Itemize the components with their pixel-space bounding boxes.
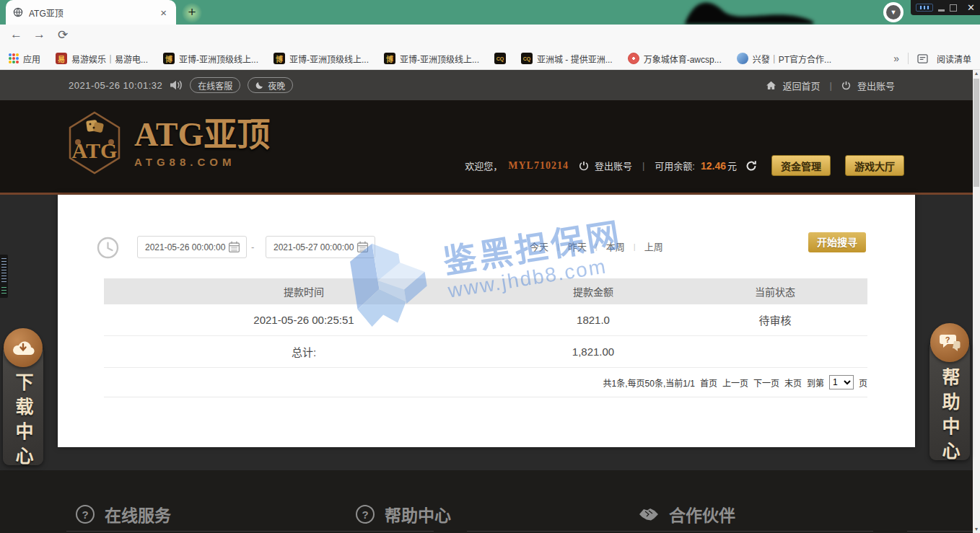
divider: | xyxy=(638,160,649,171)
calendar-icon[interactable] xyxy=(228,241,240,253)
balance-value: 12.46 xyxy=(701,160,726,172)
download-indicator-button[interactable]: ▼ xyxy=(883,2,904,22)
divider: | xyxy=(827,80,835,91)
date-to-field[interactable] xyxy=(272,242,356,253)
decorative-silhouette xyxy=(675,0,834,25)
page-main: - 今天 | 昨天 | 本周 | 上周 开始搜寻 提款时间 提款金额 当前状态 xyxy=(0,195,980,470)
scrollbar-thumb[interactable] xyxy=(974,79,979,187)
home-icon xyxy=(766,81,776,90)
download-center-label: 下载中心 xyxy=(10,373,36,471)
table-row: 2021-05-26 00:25:51 1821.0 待审核 xyxy=(104,304,867,336)
bookmark[interactable]: CQ 亚洲城 - 提供亚洲... xyxy=(521,53,613,65)
pagination-row: 共1条,每页50条,当前1/1 首页 上一页 下一页 末页 到第 1 页 xyxy=(104,368,867,397)
date-to-input[interactable] xyxy=(266,236,375,258)
footer-divider xyxy=(66,531,434,532)
site-footer: ? 在线服务 ? 帮助中心 合作伙伴 xyxy=(0,470,980,533)
logo-monogram: ATG xyxy=(72,138,118,162)
browser-toolbar: ← → ⟳ atg158.com/user/record.shtml ⋮ xyxy=(0,25,980,48)
logout-link[interactable]: 登出账号 xyxy=(857,79,895,92)
header-logout-link[interactable]: 登出账号 xyxy=(595,159,632,172)
col-current-status: 当前状态 xyxy=(683,284,867,299)
filter-today[interactable]: 今天 xyxy=(521,239,557,253)
search-button[interactable]: 开始搜寻 xyxy=(808,232,866,252)
night-mode-label: 夜晚 xyxy=(268,79,285,92)
bookmark-label: 亚博-亚洲顶级线上... xyxy=(400,53,479,65)
bookmark[interactable]: 博 亚博-亚洲顶级线上... xyxy=(163,53,258,65)
logo-title: ATG亚顶 xyxy=(134,118,270,151)
scroll-down-icon[interactable]: ▼ xyxy=(973,526,980,533)
reading-list-label[interactable]: 阅读清单 xyxy=(937,53,971,65)
goto-page-suffix: 页 xyxy=(859,376,867,389)
page-select[interactable]: 1 xyxy=(829,375,854,389)
filter-this-week[interactable]: 本周 xyxy=(598,239,634,253)
browser-tab[interactable]: ATG亚顶 × xyxy=(6,0,176,25)
mini-toolbar-lines xyxy=(1,258,6,283)
tab-title: ATG亚顶 xyxy=(29,6,158,19)
bookmarks-overflow-icon[interactable]: » xyxy=(893,53,899,64)
bookmark[interactable]: 博 亚博-亚洲顶级线上... xyxy=(274,53,369,65)
withdraw-records-table: 提款时间 提款金额 当前状态 2021-05-26 00:25:51 1821.… xyxy=(104,278,867,397)
minimize-icon[interactable] xyxy=(938,9,945,12)
bookmark-favicon: 易 xyxy=(56,53,67,64)
filter-last-week[interactable]: 上周 xyxy=(636,239,672,253)
bookmark-label: 亚博-亚洲顶级线上... xyxy=(179,53,258,65)
calendar-icon[interactable] xyxy=(356,241,369,253)
night-mode-toggle[interactable]: 夜晚 xyxy=(248,77,293,93)
bookmark-favicon xyxy=(737,53,748,64)
bookmark[interactable]: 博 亚博-亚洲顶级线上... xyxy=(384,53,479,65)
page-last-link[interactable]: 末页 xyxy=(784,376,802,389)
question-circle-icon: ? xyxy=(356,505,375,524)
user-info-row: 欢迎您， MYL710214 登出账号 | 可用余额: 12.46 元 资金管理… xyxy=(465,155,904,176)
date-range-dash: - xyxy=(251,242,254,252)
bookmark-label: 万象城体育-awcsp... xyxy=(644,53,722,65)
pagination-summary: 共1条,每页50条,当前1/1 xyxy=(603,376,695,389)
online-service-button[interactable]: 在线客服 xyxy=(190,77,240,93)
page-scrollbar[interactable]: ▲ ▼ xyxy=(973,70,980,533)
footer-section-title: 帮助中心 xyxy=(385,502,451,527)
moon-icon xyxy=(255,81,264,89)
restore-icon[interactable] xyxy=(950,4,957,12)
side-mini-toolbar[interactable] xyxy=(0,255,8,298)
reload-icon[interactable]: ⟳ xyxy=(58,27,68,43)
page-first-link[interactable]: 首页 xyxy=(700,376,717,389)
apps-shortcut[interactable]: 应用 xyxy=(9,53,40,65)
back-icon[interactable]: ← xyxy=(10,27,22,42)
table-header-row: 提款时间 提款金额 当前状态 xyxy=(104,278,867,304)
server-datetime: 2021-05-26 10:01:32 xyxy=(69,80,162,91)
help-center-label: 帮助中心 xyxy=(937,368,963,466)
bookmark-favicon: CQ xyxy=(494,53,506,64)
total-value: 1,821.00 xyxy=(504,345,683,358)
scroll-up-icon[interactable]: ▲ xyxy=(973,70,980,77)
date-from-input[interactable] xyxy=(137,236,247,258)
date-from-field[interactable] xyxy=(144,242,227,253)
bookmark[interactable]: 万象城体育-awcsp... xyxy=(628,53,722,65)
quick-date-filters: 今天 | 昨天 | 本周 | 上周 xyxy=(521,239,672,253)
page-prev-link[interactable]: 上一页 xyxy=(722,376,748,389)
bookmark-favicon: 博 xyxy=(384,53,395,64)
tab-close-icon[interactable]: × xyxy=(158,6,169,19)
site-logo[interactable]: ATG ATG亚顶 ATG88.COM xyxy=(66,110,270,175)
bookmark-favicon xyxy=(628,53,639,64)
forward-icon[interactable]: → xyxy=(33,27,45,42)
page-next-link[interactable]: 下一页 xyxy=(753,376,779,389)
close-icon[interactable]: ✕ xyxy=(967,2,975,13)
new-tab-button[interactable]: + xyxy=(182,3,202,23)
welcome-label: 欢迎您， xyxy=(465,159,502,172)
site-header: ATG ATG亚顶 ATG88.COM 欢迎您， MYL710214 登出账号 … xyxy=(0,100,980,195)
funds-management-button[interactable]: 资金管理 xyxy=(771,155,831,176)
col-withdraw-time: 提款时间 xyxy=(104,284,504,299)
cell-withdraw-time: 2021-05-26 00:25:51 xyxy=(104,314,504,326)
refresh-balance-icon[interactable] xyxy=(745,160,757,172)
game-lobby-button[interactable]: 游戏大厅 xyxy=(845,155,904,176)
overlay-window-controls: ✕ xyxy=(911,0,980,15)
bookmark-favicon: 博 xyxy=(274,53,285,64)
bookmark[interactable]: 易 易游娱乐｜易游电... xyxy=(56,53,148,65)
filter-yesterday[interactable]: 昨天 xyxy=(559,239,595,253)
bookmark[interactable]: 兴發｜PT官方合作... xyxy=(737,53,831,65)
goto-page-prefix: 到第 xyxy=(807,376,824,389)
back-home-link[interactable]: 返回首页 xyxy=(783,79,821,92)
total-label: 总计: xyxy=(104,344,504,359)
cell-withdraw-amount: 1821.0 xyxy=(504,314,683,326)
bookmark[interactable]: CQ xyxy=(494,53,506,64)
equalizer-icon xyxy=(916,4,933,12)
